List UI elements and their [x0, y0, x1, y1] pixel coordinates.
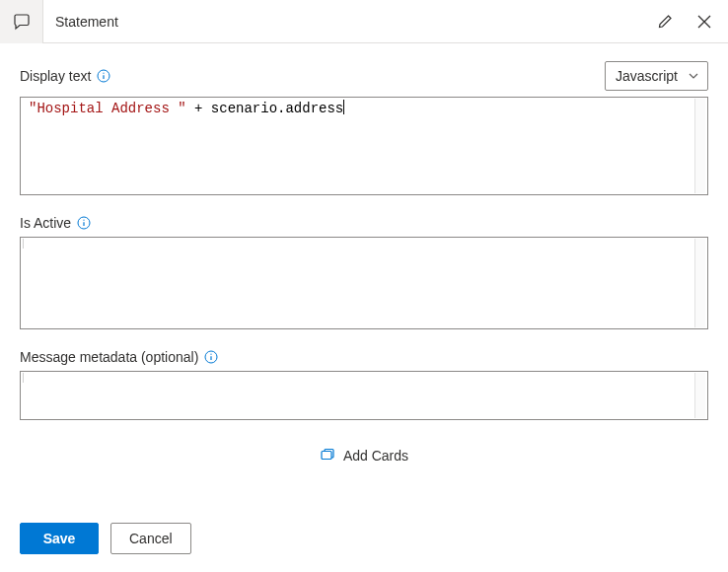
gutter-mark: [23, 239, 24, 249]
scrollbar-track: [694, 239, 705, 327]
close-icon: [696, 14, 712, 30]
info-icon[interactable]: [204, 350, 218, 364]
add-cards-label: Add Cards: [343, 448, 408, 464]
cards-icon: [320, 448, 335, 464]
svg-point-5: [211, 354, 212, 355]
is-active-label-row: Is Active: [20, 215, 708, 231]
chevron-down-icon: [688, 70, 699, 82]
close-button[interactable]: [691, 8, 718, 36]
info-icon[interactable]: [77, 216, 91, 230]
svg-rect-6: [322, 452, 331, 460]
panel-title: Statement: [43, 14, 651, 30]
metadata-editor[interactable]: [20, 371, 708, 420]
svg-point-1: [104, 73, 105, 74]
metadata-label: Message metadata (optional): [20, 349, 198, 365]
footer-actions: Save Cancel: [20, 523, 191, 554]
display-text-label: Display text: [20, 68, 91, 84]
chat-icon: [12, 12, 32, 32]
is-active-label: Is Active: [20, 215, 71, 231]
info-icon[interactable]: [97, 69, 110, 83]
svg-point-3: [84, 220, 85, 221]
is-active-editor[interactable]: [20, 237, 708, 329]
gutter-mark: [23, 373, 24, 383]
panel-header: Statement: [0, 0, 728, 43]
text-cursor: [343, 100, 344, 114]
display-text-editor[interactable]: "Hospital Address " + scenario.address: [20, 97, 708, 195]
language-dropdown[interactable]: Javascript: [605, 61, 708, 91]
cancel-button[interactable]: Cancel: [110, 523, 191, 554]
metadata-label-row: Message metadata (optional): [20, 349, 708, 365]
code-expression: + scenario.address: [186, 101, 344, 116]
scrollbar-track: [694, 373, 705, 418]
display-text-label-row: Display text Javascript: [20, 61, 708, 91]
header-actions: [651, 8, 728, 36]
add-cards-button[interactable]: Add Cards: [20, 448, 708, 464]
code-string-literal: "Hospital Address ": [29, 101, 186, 116]
statement-icon-box: [0, 0, 43, 43]
save-button[interactable]: Save: [20, 523, 99, 554]
pencil-icon: [656, 13, 674, 31]
dropdown-value: Javascript: [616, 68, 678, 84]
edit-button[interactable]: [651, 8, 679, 36]
